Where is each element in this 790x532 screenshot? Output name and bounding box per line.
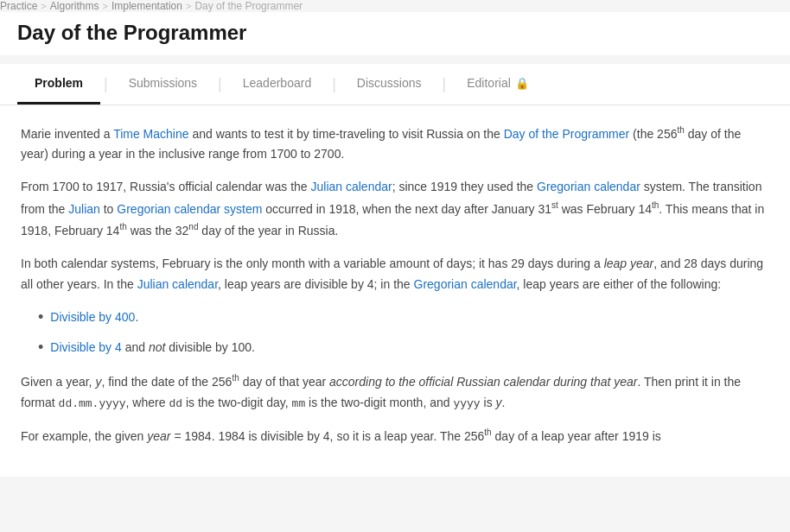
bullet-item-2: • Divisible by 4 and not divisible by 10… — [38, 338, 769, 358]
tabs: Problem | Submissions | Leaderboard | Di… — [17, 64, 773, 104]
tab-editorial[interactable]: Editorial 🔒 — [449, 64, 546, 104]
tab-submissions[interactable]: Submissions — [111, 64, 214, 104]
bullet-dot-2: • — [38, 338, 43, 358]
sup-th1: th — [652, 200, 659, 210]
paragraph-1: Marie invented a Time Machine and wants … — [21, 123, 769, 165]
paragraph-5: For example, the given year = 1984. 1984… — [21, 426, 769, 447]
tab-divider-1: | — [100, 75, 111, 93]
sep-3: > — [186, 1, 191, 11]
sep-1: > — [41, 1, 46, 11]
paragraph-2: From 1700 to 1917, Russia's official cal… — [21, 177, 769, 242]
divisible-400-link[interactable]: Divisible by 400 — [50, 310, 135, 324]
julian-link2[interactable]: Julian — [68, 202, 100, 216]
julian-link1[interactable]: Julian calendar — [310, 180, 392, 193]
lock-icon: 🔒 — [515, 77, 529, 90]
tab-divider-4: | — [439, 75, 450, 93]
tabs-container: Problem | Submissions | Leaderboard | Di… — [0, 64, 790, 105]
gregorian-link2[interactable]: Gregorian calendar system — [117, 202, 262, 216]
sep-2: > — [102, 1, 107, 11]
bullet-list: • Divisible by 400. • Divisible by 4 and… — [38, 307, 769, 359]
page-title: Day of the Programmer — [0, 12, 790, 55]
divisible-4-link[interactable]: Divisible by 4 — [50, 340, 121, 354]
paragraph-3: In both calendar systems, February is th… — [21, 254, 769, 295]
gregorian-link3[interactable]: Gregorian calendar — [414, 277, 517, 291]
breadcrumb-algorithms[interactable]: Algorithms — [50, 0, 99, 12]
day-programmer-link[interactable]: Day of the Programmer — [504, 127, 630, 141]
bullet-text-1: Divisible by 400. — [50, 307, 138, 328]
tab-discussions[interactable]: Discussions — [340, 64, 439, 104]
sup-th2: th — [119, 223, 126, 232]
julian-link3[interactable]: Julian calendar — [137, 277, 218, 291]
breadcrumb-current: Day of the Programmer — [194, 0, 303, 12]
para1-prefix: Marie invented a — [21, 127, 113, 141]
problem-text: Marie invented a Time Machine and wants … — [21, 123, 769, 447]
breadcrumb-implementation[interactable]: Implementation — [111, 0, 182, 12]
sup-st: st — [551, 200, 558, 210]
bullet-dot-1: • — [38, 307, 43, 327]
tab-editorial-label: Editorial — [467, 76, 511, 90]
paragraph-4: Given a year, y, find the date of the 25… — [21, 370, 769, 414]
bullet-text-2: Divisible by 4 and not divisible by 100. — [50, 338, 255, 358]
gregorian-link1[interactable]: Gregorian calendar — [537, 180, 640, 193]
breadcrumb-practice[interactable]: Practice — [0, 0, 37, 12]
tab-divider-2: | — [214, 75, 226, 93]
sup-nd: nd — [188, 223, 198, 232]
content-area: Marie invented a Time Machine and wants … — [0, 105, 790, 477]
sup-th-ex: th — [484, 428, 491, 438]
para1-th: th — [677, 125, 684, 135]
breadcrumb: Practice > Algorithms > Implementation >… — [0, 0, 790, 12]
tab-divider-3: | — [328, 75, 340, 93]
tab-leaderboard[interactable]: Leaderboard — [226, 64, 328, 104]
para1-mid1: and wants to test it by time-traveling t… — [189, 127, 504, 141]
breadcrumb-bar: Practice > Algorithms > Implementation >… — [0, 0, 790, 55]
time-machine-link[interactable]: Time Machine — [113, 127, 188, 141]
sup-th-256: th — [232, 373, 239, 383]
tab-problem[interactable]: Problem — [17, 64, 100, 104]
bullet-item-1: • Divisible by 400. — [38, 307, 769, 328]
